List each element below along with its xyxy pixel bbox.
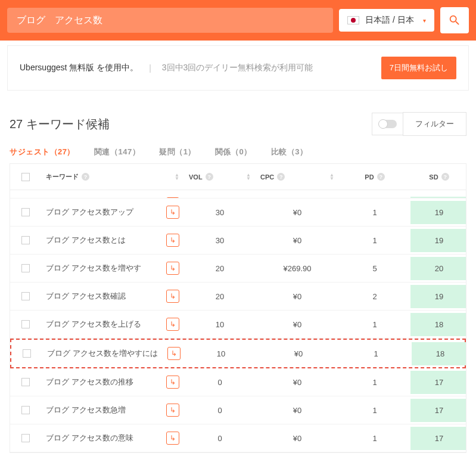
cell-cpc: ¥0 (256, 201, 339, 224)
help-icon: ? (82, 173, 89, 181)
product-status: Ubersuggest 無料版 を使用中。 (20, 63, 138, 73)
cell-keyword: ブログ アクセス数アップ↳ (41, 198, 184, 226)
cell-cpc: ¥0 (256, 371, 339, 394)
trial-button[interactable]: 7日間無料お試し (381, 57, 456, 79)
table-row: ブログ アクセス数とは↳30¥0119 (10, 227, 466, 255)
sort-icon: ▲▼ (329, 173, 334, 181)
results-toggle[interactable] (372, 113, 403, 135)
help-icon: ? (206, 173, 213, 181)
col-sd[interactable]: SD ? (410, 165, 468, 189)
cell-vol: 0 (184, 427, 256, 450)
cell-pd: 5 (339, 257, 410, 280)
row-checkbox[interactable] (21, 434, 30, 442)
language-select[interactable]: 日本語 / 日本 ▾ (339, 9, 434, 32)
table-row: ブログ アクセス数を増やす↳20¥269.90520 (10, 255, 466, 283)
col-vol[interactable]: VOL ? ▲▼ (184, 165, 256, 189)
expand-icon[interactable]: ↳ (166, 318, 179, 331)
select-all-checkbox[interactable] (21, 173, 30, 181)
table-row: ブログ アクセス数の意味↳0¥0117 (10, 424, 466, 452)
filter-button[interactable]: フィルター (403, 112, 466, 136)
keyword-tabs: サジェスト（27）関連（147）疑問（1）関係（0）比較（3） (10, 147, 466, 157)
expand-icon[interactable]: ↳ (166, 234, 179, 247)
cell-vol: 30 (184, 201, 256, 224)
cell-vol: 0 (184, 399, 256, 422)
cell-cpc: ¥0 (256, 399, 339, 422)
tab[interactable]: 関係（0） (215, 147, 269, 157)
expand-icon[interactable]: ↳ (166, 262, 179, 275)
tab[interactable]: 疑問（1） (159, 147, 213, 157)
col-pd[interactable]: PD ? (339, 165, 410, 189)
search-button[interactable] (440, 7, 469, 33)
page-title: 27 キーワード候補 (10, 116, 110, 132)
cell-vol: 20 (184, 257, 256, 280)
cell-pd: 1 (340, 342, 412, 365)
keyword-search-input[interactable] (7, 8, 333, 33)
expand-icon[interactable]: ↳ (166, 404, 179, 417)
table-row: ブログ アクセス数を上げる↳10¥0118 (10, 311, 466, 339)
row-checkbox[interactable] (21, 236, 30, 244)
cell-vol: 30 (184, 229, 256, 252)
help-icon: ? (441, 173, 449, 181)
table-row: ブログ アクセス数アップ↳30¥0119 (10, 198, 466, 227)
tab[interactable]: 比較（3） (271, 147, 325, 157)
table-row: ブログ アクセス数の推移↳0¥0117 (10, 368, 466, 396)
tab[interactable]: サジェスト（27） (10, 147, 92, 157)
expand-icon[interactable]: ↳ (167, 347, 181, 360)
row-checkbox[interactable] (21, 406, 30, 414)
usage-status: 3回中3回のデイリー無料検索が利用可能 (162, 63, 313, 73)
col-keyword[interactable]: キーワード ? ▲▼ (41, 164, 184, 190)
promo-bar: Ubersuggest 無料版 を使用中。 | 3回中3回のデイリー無料検索が利… (7, 45, 469, 91)
cell-sd: 17 (410, 399, 466, 422)
divider: | (149, 63, 151, 73)
search-icon (448, 14, 461, 27)
cell-pd: 1 (339, 201, 410, 224)
table-header: キーワード ? ▲▼ VOL ? ▲▼ CPC ? ▲▼ PD ? SD ? (10, 164, 466, 190)
cell-sd: 18 (412, 342, 466, 365)
cell-vol: 10 (184, 313, 256, 336)
chevron-down-icon: ▾ (423, 17, 426, 24)
expand-icon[interactable]: ↳ (166, 206, 179, 219)
cell-cpc: ¥0 (256, 229, 339, 252)
expand-icon[interactable]: ↳ (166, 290, 179, 303)
cell-keyword: ブログ アクセス数の意味↳ (41, 424, 184, 452)
tab[interactable]: 関連（147） (94, 147, 157, 157)
row-checkbox[interactable] (23, 349, 31, 358)
cell-vol: 20 (184, 285, 256, 308)
row-checkbox[interactable] (21, 264, 30, 272)
cell-sd: 19 (410, 229, 466, 252)
table-row: ブログ アクセス数急増↳0¥0117 (10, 396, 466, 424)
cell-pd: 1 (339, 371, 410, 394)
row-checkbox[interactable] (21, 292, 30, 300)
japan-flag-icon (347, 16, 359, 24)
cell-vol: 0 (184, 371, 256, 394)
row-checkbox[interactable] (21, 320, 30, 328)
cell-cpc: ¥0 (256, 313, 339, 336)
cell-sd: 19 (410, 201, 466, 224)
cell-cpc: ¥0 (257, 342, 340, 365)
cell-sd: 17 (410, 371, 466, 394)
language-label: 日本語 / 日本 (365, 15, 414, 26)
keyword-table: キーワード ? ▲▼ VOL ? ▲▼ CPC ? ▲▼ PD ? SD ? (10, 163, 466, 453)
cell-cpc: ¥0 (256, 427, 339, 450)
row-checkbox[interactable] (21, 208, 30, 216)
expand-icon[interactable]: ↳ (166, 432, 179, 445)
cell-sd: 20 (410, 257, 466, 280)
table-row: ブログ アクセス数確認↳20¥0219 (10, 283, 466, 311)
sort-icon: ▲▼ (246, 173, 251, 181)
search-bar: 日本語 / 日本 ▾ (0, 0, 476, 41)
cell-keyword: ブログ アクセス数を増やすには↳ (42, 340, 185, 367)
help-icon: ? (377, 173, 385, 181)
cell-sd: 17 (410, 427, 466, 450)
cell-pd: 1 (339, 399, 410, 422)
expand-icon[interactable]: ↳ (166, 376, 179, 389)
row-checkbox[interactable] (21, 378, 30, 386)
cell-cpc: ¥0 (256, 285, 339, 308)
sort-icon: ▲▼ (175, 173, 179, 181)
cell-cpc: ¥269.90 (256, 257, 339, 280)
cell-vol: 10 (185, 342, 257, 365)
cell-keyword: ブログ アクセス数急増↳ (41, 396, 184, 424)
cell-pd: 1 (339, 313, 410, 336)
cell-pd: 1 (339, 229, 410, 252)
cell-keyword: ブログ アクセス数を増やす↳ (41, 255, 184, 282)
col-cpc[interactable]: CPC ? ▲▼ (256, 165, 339, 189)
